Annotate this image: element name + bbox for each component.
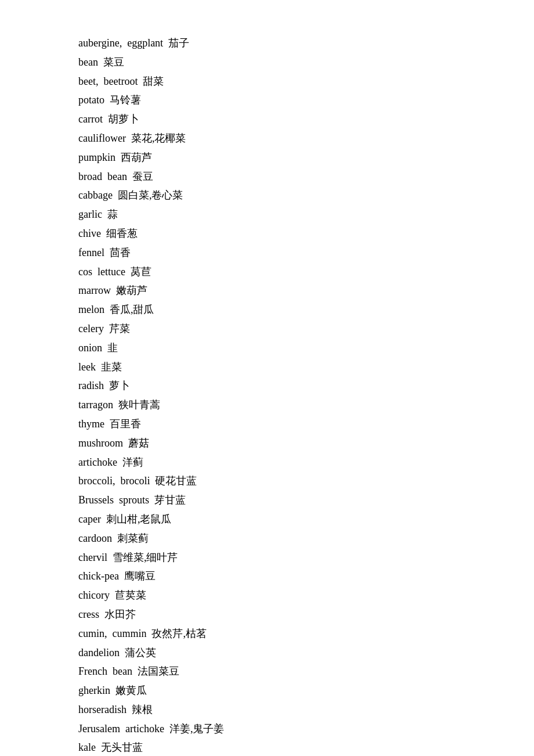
list-item: radish 萝卜 — [78, 377, 534, 394]
list-item: chive 细香葱 — [78, 225, 534, 242]
list-item: cos lettuce 莴苣 — [78, 264, 534, 280]
list-item: chervil 雪维菜,细叶芹 — [78, 549, 534, 566]
list-item: carrot 胡萝卜 — [78, 111, 534, 128]
list-item: broad bean 蚕豆 — [78, 168, 534, 185]
list-item: gherkin 嫩黄瓜 — [78, 682, 534, 699]
list-item: fennel 茴香 — [78, 244, 534, 261]
list-item: chick-pea 鹰嘴豆 — [78, 568, 534, 585]
list-item: broccoli, brocoli 硬花甘蓝 — [78, 473, 534, 489]
list-item: caper 刺山柑,老鼠瓜 — [78, 511, 534, 528]
list-item: dandelion 蒲公英 — [78, 645, 534, 661]
list-item: beet, beetroot 甜菜 — [78, 73, 534, 90]
list-item: melon 香瓜,甜瓜 — [78, 301, 534, 318]
list-item: chicory 苣荬菜 — [78, 587, 534, 604]
list-item: Jerusalem artichoke 洋姜,鬼子姜 — [78, 721, 534, 737]
list-item: French bean 法国菜豆 — [78, 663, 534, 680]
list-item: bean 菜豆 — [78, 54, 534, 71]
list-item: cauliflower 菜花,花椰菜 — [78, 130, 534, 147]
list-item: leek 韭菜 — [78, 359, 534, 376]
list-item: Brussels sprouts 芽甘蓝 — [78, 492, 534, 509]
list-item: garlic 蒜 — [78, 206, 534, 223]
list-item: cardoon 刺菜蓟 — [78, 530, 534, 547]
list-item: celery 芹菜 — [78, 321, 534, 337]
list-item: artichoke 洋蓟 — [78, 454, 534, 471]
vocabulary-list: aubergine, eggplant 茄子bean 菜豆beet, beetr… — [78, 35, 534, 756]
list-item: aubergine, eggplant 茄子 — [78, 35, 534, 52]
list-item: tarragon 狭叶青蒿 — [78, 397, 534, 413]
list-item: mushroom 蘑菇 — [78, 435, 534, 452]
list-item: kale 无头甘蓝 — [78, 739, 534, 756]
list-item: cress 水田芥 — [78, 606, 534, 623]
list-item: cabbage 圆白菜,卷心菜 — [78, 187, 534, 204]
list-item: potato 马铃薯 — [78, 92, 534, 109]
list-item: horseradish 辣根 — [78, 701, 534, 718]
list-item: thyme 百里香 — [78, 416, 534, 433]
list-item: marrow 嫩葫芦 — [78, 282, 534, 299]
list-item: onion 韭 — [78, 340, 534, 357]
list-item: pumpkin 西葫芦 — [78, 149, 534, 166]
list-item: cumin, cummin 孜然芹,枯茗 — [78, 625, 534, 642]
